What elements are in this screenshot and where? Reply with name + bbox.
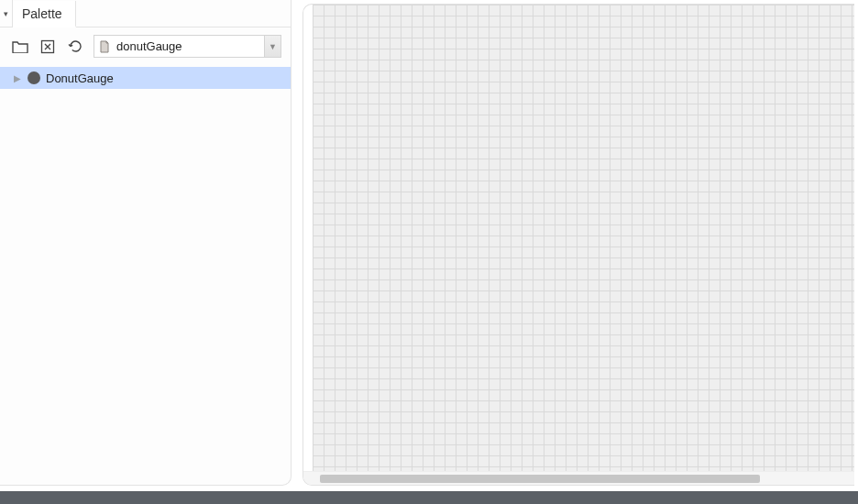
design-canvas-panel — [302, 4, 854, 486]
scrollbar-thumb[interactable] — [320, 475, 760, 483]
palette-collapse-toggle[interactable]: ▾ — [0, 0, 13, 27]
component-select-label: donutGauge — [115, 36, 264, 57]
delete-icon[interactable] — [38, 38, 57, 56]
reset-icon[interactable] — [66, 38, 84, 56]
gauge-icon — [28, 71, 40, 84]
tab-palette-label: Palette — [22, 6, 62, 21]
tree-item-donutgauge[interactable]: ▶ DonutGauge — [0, 67, 291, 89]
tree-item-label: DonutGauge — [46, 71, 114, 85]
palette-toolbar: donutGauge ▼ — [0, 27, 291, 65]
canvas-horizontal-scrollbar[interactable] — [303, 471, 854, 485]
palette-tree: ▶ DonutGauge — [0, 65, 291, 485]
expander-icon[interactable]: ▶ — [13, 73, 22, 83]
status-bar — [0, 491, 858, 504]
chevron-down-icon[interactable]: ▼ — [264, 36, 280, 57]
tab-palette[interactable]: Palette — [13, 1, 76, 27]
palette-tabstrip: ▾ Palette — [0, 0, 291, 27]
component-type-icon — [94, 36, 115, 57]
folder-icon[interactable] — [11, 38, 29, 56]
canvas-grid — [313, 5, 854, 471]
app-root: ▾ Palette — [0, 0, 858, 504]
canvas-viewport[interactable] — [303, 5, 854, 471]
palette-panel: ▾ Palette — [0, 0, 292, 486]
component-select[interactable]: donutGauge ▼ — [94, 35, 281, 58]
